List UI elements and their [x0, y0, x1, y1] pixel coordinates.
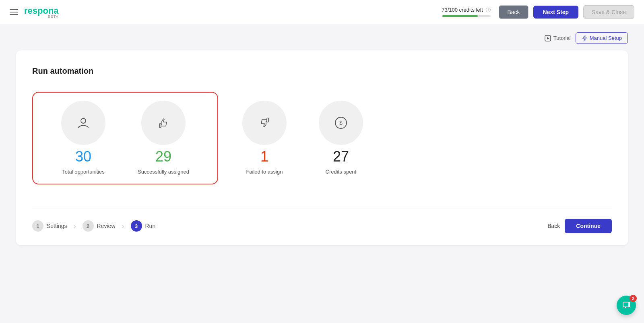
credits-text: 73/100 credits left ⓘ — [442, 7, 491, 14]
wizard-steps: 1 Settings › 2 Review › 3 — [32, 220, 155, 232]
next-step-button[interactable]: Next Step — [533, 6, 579, 19]
stat-value-assigned: 29 — [155, 148, 171, 165]
main-content: Tutorial Manual Setup Run automation — [0, 24, 644, 253]
top-actions: Tutorial Manual Setup — [16, 32, 628, 44]
credits-bar — [442, 15, 491, 17]
stat-label-opportunities: Total opportunities — [62, 168, 105, 176]
highlighted-stats: 30 Total opportunities 29 Successfully a… — [32, 92, 218, 184]
info-icon[interactable]: ⓘ — [486, 7, 491, 13]
stat-value-credits: 27 — [333, 148, 349, 165]
credits-fill — [442, 15, 478, 17]
tutorial-label: Tutorial — [553, 35, 571, 41]
stat-label-failed: Failed to assign — [246, 168, 283, 176]
step-label-3: Run — [145, 223, 156, 229]
stat-circle-assigned — [141, 101, 186, 145]
stat-circle-opportunities — [61, 101, 105, 145]
stat-value-failed: 1 — [260, 148, 268, 165]
stat-failed-assign: 1 Failed to assign — [234, 101, 295, 176]
svg-rect-4 — [267, 118, 268, 122]
footer-actions: Back Continue — [547, 219, 612, 233]
stat-successfully-assigned: 29 Successfully assigned — [122, 101, 205, 176]
step-number-2: 2 — [87, 223, 89, 229]
step-label-2: Review — [97, 223, 116, 229]
step-bubble-3: 3 — [131, 220, 142, 232]
dollar-circle-icon: $ — [334, 116, 348, 130]
back-button[interactable]: Back — [499, 5, 528, 19]
chat-bubble[interactable]: 2 — [617, 296, 636, 315]
card-title: Run automation — [32, 66, 612, 76]
hamburger-menu[interactable] — [10, 9, 18, 15]
svg-marker-1 — [547, 37, 549, 39]
run-automation-card: Run automation 30 Total opportunities — [16, 50, 628, 245]
step-bubble-1: 1 — [32, 220, 43, 232]
step-number-3: 3 — [135, 223, 138, 229]
chat-badge: 2 — [630, 295, 637, 302]
stats-row: 30 Total opportunities 29 Successfully a… — [32, 92, 612, 184]
lightning-icon — [582, 35, 587, 41]
wizard-step-3: 3 Run — [131, 220, 156, 232]
header: respona BETA 73/100 credits left ⓘ Back … — [0, 0, 644, 24]
stat-value-opportunities: 30 — [75, 148, 91, 165]
play-icon — [545, 35, 551, 41]
chat-icon — [622, 301, 631, 310]
stat-circle-failed — [242, 101, 287, 145]
manual-setup-label: Manual Setup — [590, 35, 622, 41]
step-bubble-2: 2 — [83, 220, 94, 232]
stat-label-assigned: Successfully assigned — [138, 168, 189, 176]
step-number-1: 1 — [36, 223, 39, 229]
wizard-step-1: 1 Settings — [32, 220, 67, 232]
logo-beta: BETA — [48, 14, 59, 19]
header-right: 73/100 credits left ⓘ Back Next Step Sav… — [442, 5, 634, 19]
svg-point-2 — [81, 118, 86, 123]
credits-label: 73/100 credits left — [442, 7, 483, 13]
logo-main: respo — [24, 6, 48, 16]
svg-text:$: $ — [339, 120, 343, 126]
card-footer: 1 Settings › 2 Review › 3 — [32, 209, 612, 233]
step-label-1: Settings — [47, 223, 67, 229]
thumbs-down-icon — [257, 116, 272, 130]
tutorial-button[interactable]: Tutorial — [545, 32, 571, 44]
continue-button[interactable]: Continue — [565, 219, 612, 233]
person-icon — [76, 116, 91, 130]
footer-back-button[interactable]: Back — [547, 223, 560, 229]
stat-label-credits: Credits spent — [326, 168, 357, 176]
credits-info: 73/100 credits left ⓘ — [442, 7, 491, 17]
stat-circle-credits: $ — [319, 101, 363, 145]
save-close-button[interactable]: Save & Close — [583, 5, 634, 19]
logo: respona BETA — [24, 6, 59, 19]
step-arrow-2: › — [122, 222, 124, 230]
thumbs-up-icon — [156, 116, 171, 130]
manual-setup-button[interactable]: Manual Setup — [576, 32, 628, 44]
step-arrow-1: › — [74, 222, 76, 230]
wizard-step-2: 2 Review — [83, 220, 116, 232]
header-left: respona BETA — [10, 6, 59, 19]
stat-credits-spent: $ 27 Credits spent — [311, 101, 371, 176]
stat-total-opportunities: 30 Total opportunities — [45, 101, 122, 176]
svg-rect-3 — [159, 124, 161, 128]
